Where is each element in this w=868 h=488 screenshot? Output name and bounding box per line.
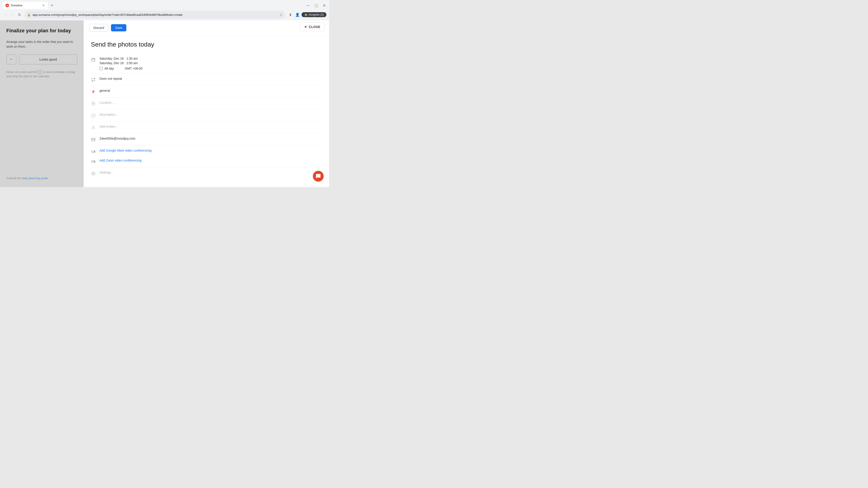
invitee-placeholder: Add invitee... — [99, 125, 118, 128]
description-icon — [91, 113, 96, 118]
organizer-email: 24ee050e@moodjoy.com — [99, 137, 135, 140]
organizer-row: 24ee050e@moodjoy.com — [91, 134, 322, 144]
settings-placeholder: Settings... — [99, 170, 114, 174]
end-date: Saturday, Dec 16 — [99, 61, 124, 65]
forward-button[interactable]: › — [9, 11, 16, 18]
channel-text: general — [99, 89, 110, 92]
divider-7 — [91, 145, 322, 145]
addr-right-controls: ⬇ 👤 🕵 Incognito (2) — [287, 11, 327, 18]
svg-rect-0 — [92, 58, 95, 61]
end-datetime[interactable]: Saturday, Dec 16 2:00 am — [99, 61, 322, 65]
back-button[interactable]: ‹ — [3, 11, 9, 18]
address-bar: ‹ › ↻ 🔒 app.sunsama.com/group/moodjoy_wo… — [0, 9, 329, 20]
chat-icon — [315, 173, 321, 179]
svg-point-7 — [93, 126, 94, 127]
calendar-icon — [91, 57, 96, 62]
daily-planning-guide-link[interactable]: daily planning guide — [22, 176, 48, 180]
sidebar-actions: ← Looks good — [6, 55, 77, 64]
incognito-label: Incognito (2) — [309, 13, 324, 16]
browser-frame: S Sunsama ✕ + ─ ⬜ ✕ ‹ › ↻ 🔒 app.sunsama.… — [0, 0, 329, 20]
sidebar: Finalize your plan for today Arrange you… — [0, 20, 84, 187]
sidebar-hint: Hover on a task and hit X to auto-schedu… — [6, 70, 77, 78]
browser-tab[interactable]: S Sunsama ✕ — [3, 2, 48, 9]
allday-row: All day GMT +08:00 — [99, 67, 322, 70]
end-time: 2:00 am — [126, 61, 138, 65]
settings-row[interactable]: Settings... — [91, 168, 322, 178]
sidebar-subtitle: Arrange your tasks in the order that you… — [6, 39, 77, 49]
incognito-icon: 🕵 — [304, 13, 308, 16]
looks-good-button[interactable]: Looks good — [19, 55, 77, 64]
allday-checkbox[interactable] — [99, 67, 103, 70]
window-close-button[interactable]: ✕ — [321, 2, 327, 8]
svg-point-10 — [93, 173, 94, 174]
close-x-icon: ✕ — [304, 25, 307, 29]
save-button[interactable]: Save — [111, 24, 126, 31]
allday-label: All day — [104, 67, 114, 70]
gear-icon — [91, 171, 96, 176]
google-meet-row[interactable]: Add Google Meet video conferencing — [91, 147, 322, 156]
svg-rect-5 — [92, 114, 95, 117]
download-button[interactable]: ⬇ — [287, 11, 293, 18]
minimize-button[interactable]: ─ — [305, 2, 311, 8]
chat-widget-button[interactable] — [313, 171, 324, 182]
tab-bar: S Sunsama ✕ + ─ ⬜ ✕ — [0, 0, 329, 9]
datetime-content: Saturday, Dec 16 1:30 am Saturday, Dec 1… — [99, 57, 322, 70]
description-placeholder: Description... — [99, 113, 118, 116]
bookmark-icon[interactable]: ☆ — [279, 13, 283, 17]
repeat-text: Does not repeat — [99, 77, 122, 80]
svg-point-4 — [93, 103, 94, 104]
form-top-bar: Discard Save — [84, 20, 329, 35]
email-icon — [91, 137, 96, 142]
close-overlay-button[interactable]: ✕ CLOSE — [300, 23, 324, 31]
invitee-row[interactable]: Add invitee... — [91, 123, 322, 132]
divider-8 — [91, 167, 322, 167]
incognito-button[interactable]: 🕵 Incognito (2) — [302, 12, 327, 17]
hashtag-icon: # — [91, 89, 96, 94]
tab-favicon: S — [5, 4, 9, 7]
datetime-row: Saturday, Dec 16 1:30 am Saturday, Dec 1… — [91, 55, 322, 72]
timezone-text: GMT +08:00 — [125, 67, 143, 70]
repeat-icon — [91, 77, 96, 82]
location-placeholder: Location... — [99, 101, 114, 104]
x-key-badge: X — [38, 70, 42, 74]
zoom-icon — [91, 159, 96, 164]
person-icon — [91, 125, 96, 130]
main-content: Finalize your plan for today Arrange you… — [0, 20, 329, 187]
divider-5 — [91, 121, 322, 122]
description-row[interactable]: Description... — [91, 110, 322, 121]
footer-text: Consult the — [6, 176, 22, 180]
divider-3 — [91, 97, 322, 98]
divider-1 — [91, 73, 322, 74]
location-row[interactable]: Location... — [91, 98, 322, 108]
location-icon — [91, 101, 96, 106]
maximize-button[interactable]: ⬜ — [313, 2, 319, 8]
window-controls: ─ ⬜ ✕ — [305, 2, 327, 8]
discard-button[interactable]: Discard — [89, 24, 108, 32]
event-title[interactable]: Send the photos today — [91, 41, 322, 48]
url-display: app.sunsama.com/group/moodjoy_workspace/… — [33, 13, 278, 17]
google-meet-link[interactable]: Add Google Meet video conferencing — [99, 149, 151, 152]
channel-row[interactable]: # general — [91, 87, 322, 96]
profile-button[interactable]: 👤 — [294, 11, 301, 18]
tab-title: Sunsama — [11, 4, 40, 7]
repeat-row[interactable]: Does not repeat — [91, 74, 322, 85]
hashtag-symbol: # — [92, 90, 94, 94]
start-time: 1:30 am — [126, 57, 138, 60]
zoom-link[interactable]: Add Zoom video conferencing — [99, 159, 142, 162]
sidebar-footer: Consult the daily planning guide — [6, 176, 77, 180]
close-label: CLOSE — [309, 25, 320, 29]
svg-rect-9 — [92, 161, 94, 162]
back-arrow-button[interactable]: ← — [6, 55, 16, 64]
form-content: Send the photos today Saturday, Dec 16 1… — [84, 35, 329, 187]
form-panel: Discard Save Send the photos today — [84, 20, 329, 187]
start-datetime[interactable]: Saturday, Dec 16 1:30 am — [99, 57, 322, 60]
address-input[interactable]: 🔒 app.sunsama.com/group/moodjoy_workspac… — [24, 11, 285, 19]
start-date: Saturday, Dec 16 — [99, 57, 124, 60]
new-tab-button[interactable]: + — [49, 2, 55, 8]
reload-button[interactable]: ↻ — [16, 11, 23, 18]
google-meet-icon — [91, 149, 96, 154]
svg-rect-8 — [92, 151, 94, 153]
tab-close-button[interactable]: ✕ — [41, 4, 45, 7]
sidebar-title: Finalize your plan for today — [6, 28, 77, 34]
zoom-row[interactable]: Add Zoom video conferencing — [91, 156, 322, 166]
